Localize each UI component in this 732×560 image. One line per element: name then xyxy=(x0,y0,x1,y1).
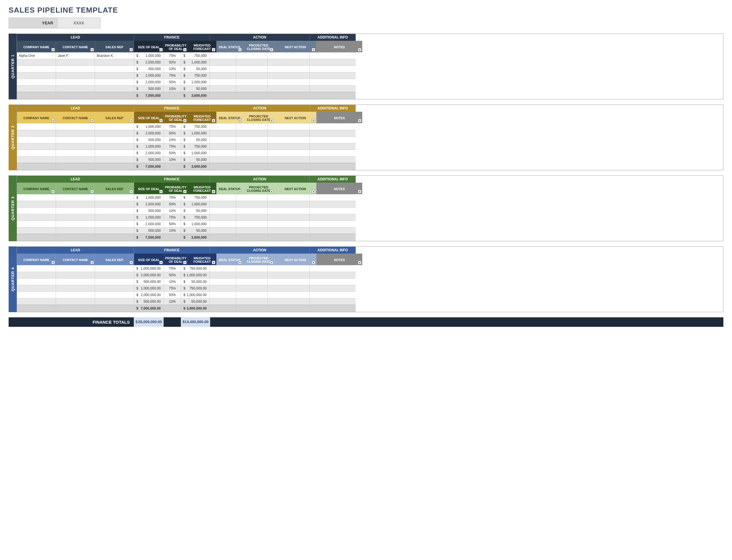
cell-size[interactable]: $500,000.00 xyxy=(134,278,164,285)
header-size[interactable]: SIZE OF DEAL▾ xyxy=(134,112,164,123)
cell-prob[interactable]: 50% xyxy=(164,272,181,278)
cell-prob[interactable]: 10% xyxy=(164,278,181,285)
year-value[interactable]: XXXX xyxy=(57,18,101,28)
cell-closing[interactable] xyxy=(236,79,268,85)
cell-rep[interactable] xyxy=(95,194,134,201)
cell-closing[interactable] xyxy=(236,85,268,92)
header-prob[interactable]: PROBABILITY OF DEAL▾ xyxy=(164,254,188,265)
cell-status[interactable] xyxy=(210,85,236,92)
cell-status[interactable] xyxy=(210,72,236,79)
cell-size[interactable]: $1,000,000 xyxy=(134,194,164,201)
cell-status[interactable] xyxy=(210,285,236,291)
cell-contact[interactable] xyxy=(56,85,95,92)
cell-size[interactable]: $2,000,000 xyxy=(134,150,164,156)
cell-rep[interactable] xyxy=(95,298,134,305)
header-rep[interactable]: SALES REP▾ xyxy=(95,41,134,52)
cell-company[interactable] xyxy=(17,79,56,85)
cell-company[interactable] xyxy=(17,72,56,79)
cell-notes[interactable] xyxy=(310,85,356,92)
cell-closing[interactable] xyxy=(236,221,268,227)
cell-size[interactable]: $500,000.00 xyxy=(134,298,164,305)
cell-notes[interactable] xyxy=(310,52,356,59)
cell-rep[interactable] xyxy=(95,291,134,298)
cell-contact[interactable] xyxy=(56,65,95,72)
cell-closing[interactable] xyxy=(236,214,268,221)
cell-status[interactable] xyxy=(210,278,236,285)
cell-rep[interactable] xyxy=(95,201,134,207)
cell-contact[interactable] xyxy=(56,278,95,285)
cell-size[interactable]: $500,000 xyxy=(134,136,164,143)
cell-next[interactable] xyxy=(268,65,310,72)
filter-dropdown-icon[interactable]: ▾ xyxy=(212,190,215,193)
header-notes[interactable]: NOTES▾ xyxy=(316,112,362,123)
cell-status[interactable] xyxy=(210,194,236,201)
cell-status[interactable] xyxy=(210,130,236,136)
cell-prob[interactable]: 50% xyxy=(164,201,181,207)
cell-next[interactable] xyxy=(268,221,310,227)
cell-status[interactable] xyxy=(210,227,236,234)
cell-closing[interactable] xyxy=(236,150,268,156)
cell-rep[interactable] xyxy=(95,59,134,65)
filter-dropdown-icon[interactable]: ▾ xyxy=(159,48,163,51)
filter-dropdown-icon[interactable]: ▾ xyxy=(183,48,187,51)
cell-prob[interactable]: 50% xyxy=(164,130,181,136)
cell-status[interactable] xyxy=(210,143,236,150)
filter-dropdown-icon[interactable]: ▾ xyxy=(358,190,362,193)
filter-dropdown-icon[interactable]: ▾ xyxy=(90,48,94,51)
cell-contact[interactable] xyxy=(56,298,95,305)
cell-closing[interactable] xyxy=(236,207,268,214)
header-status[interactable]: DEAL STATUS▾ xyxy=(217,254,243,265)
cell-notes[interactable] xyxy=(310,285,356,291)
cell-closing[interactable] xyxy=(236,285,268,291)
cell-rep[interactable] xyxy=(95,221,134,227)
header-next[interactable]: NEXT ACTION▾ xyxy=(275,254,316,265)
cell-next[interactable] xyxy=(268,52,310,59)
cell-prob[interactable]: 50% xyxy=(164,291,181,298)
cell-next[interactable] xyxy=(268,278,310,285)
filter-dropdown-icon[interactable]: ▾ xyxy=(358,48,362,51)
cell-closing[interactable] xyxy=(236,52,268,59)
cell-prob[interactable]: 50% xyxy=(164,59,181,65)
cell-status[interactable] xyxy=(210,123,236,130)
filter-dropdown-icon[interactable]: ▾ xyxy=(130,190,133,193)
cell-next[interactable] xyxy=(268,156,310,163)
cell-notes[interactable] xyxy=(310,291,356,298)
cell-contact[interactable] xyxy=(56,207,95,214)
filter-dropdown-icon[interactable]: ▾ xyxy=(238,48,242,51)
cell-rep[interactable] xyxy=(95,207,134,214)
cell-next[interactable] xyxy=(268,214,310,221)
cell-status[interactable] xyxy=(210,201,236,207)
cell-closing[interactable] xyxy=(236,194,268,201)
cell-status[interactable] xyxy=(210,79,236,85)
cell-closing[interactable] xyxy=(236,201,268,207)
filter-dropdown-icon[interactable]: ▾ xyxy=(130,119,133,122)
cell-rep[interactable] xyxy=(95,72,134,79)
cell-prob[interactable]: 10% xyxy=(164,65,181,72)
cell-closing[interactable] xyxy=(236,65,268,72)
cell-next[interactable] xyxy=(268,85,310,92)
filter-dropdown-icon[interactable]: ▾ xyxy=(159,190,163,193)
cell-prob[interactable]: 50% xyxy=(164,79,181,85)
filter-dropdown-icon[interactable]: ▾ xyxy=(159,261,163,264)
header-forecast[interactable]: WEIGHTED FORECAST▾ xyxy=(188,183,217,194)
cell-next[interactable] xyxy=(268,227,310,234)
header-rep[interactable]: SALES REP▾ xyxy=(95,112,134,123)
cell-rep[interactable] xyxy=(95,227,134,234)
cell-prob[interactable]: 75% xyxy=(164,194,181,201)
cell-size[interactable]: $2,000,000 xyxy=(134,79,164,85)
filter-dropdown-icon[interactable]: ▾ xyxy=(51,190,55,193)
cell-company[interactable] xyxy=(17,130,56,136)
cell-next[interactable] xyxy=(268,79,310,85)
cell-contact[interactable] xyxy=(56,221,95,227)
cell-size[interactable]: $2,000,000 xyxy=(134,59,164,65)
cell-notes[interactable] xyxy=(310,194,356,201)
cell-rep[interactable] xyxy=(95,214,134,221)
cell-company[interactable] xyxy=(17,136,56,143)
cell-next[interactable] xyxy=(268,285,310,291)
filter-dropdown-icon[interactable]: ▾ xyxy=(270,119,273,122)
header-company[interactable]: COMPANY NAME▾ xyxy=(17,41,56,52)
header-notes[interactable]: NOTES▾ xyxy=(316,254,362,265)
cell-company[interactable] xyxy=(17,156,56,163)
cell-prob[interactable]: 75% xyxy=(164,143,181,150)
header-notes[interactable]: NOTES▾ xyxy=(316,41,362,52)
